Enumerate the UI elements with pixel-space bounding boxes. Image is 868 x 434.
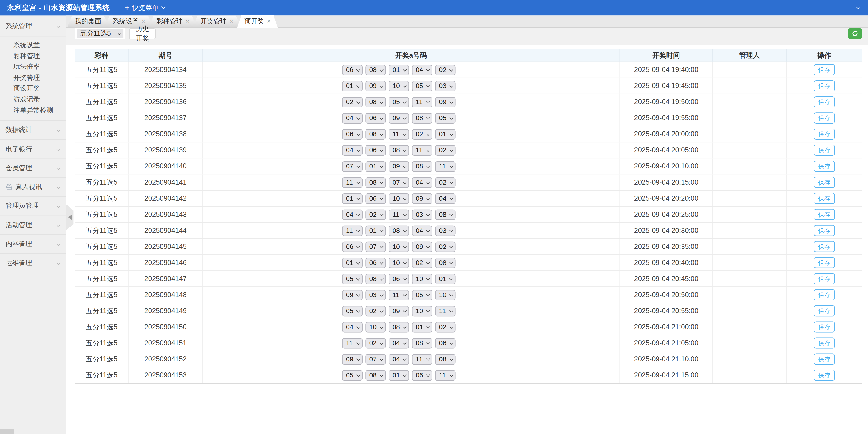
tab-draw-manage[interactable]: 开奖管理 × (193, 16, 240, 27)
number-select[interactable]: 01 (389, 64, 409, 75)
number-select[interactable]: 08 (412, 161, 432, 172)
number-select[interactable]: 05 (412, 290, 432, 300)
number-select[interactable]: 10 (412, 306, 432, 316)
number-select[interactable]: 06 (342, 64, 363, 75)
sidebar-section-contents[interactable]: 内容管理 (0, 234, 66, 254)
number-select[interactable]: 02 (365, 306, 386, 316)
save-button[interactable]: 保存 (814, 305, 835, 316)
number-select[interactable]: 09 (389, 113, 409, 123)
number-select[interactable]: 08 (435, 209, 456, 220)
number-select[interactable]: 01 (389, 370, 409, 381)
number-select[interactable]: 06 (412, 370, 432, 381)
number-select[interactable]: 06 (342, 241, 363, 252)
save-button[interactable]: 保存 (814, 225, 835, 236)
number-select[interactable]: 01 (342, 258, 363, 268)
number-select[interactable]: 11 (342, 338, 363, 348)
number-select[interactable]: 05 (389, 97, 409, 107)
number-select[interactable]: 04 (435, 193, 456, 204)
number-select[interactable]: 08 (365, 273, 386, 284)
number-select[interactable]: 11 (389, 209, 409, 220)
number-select[interactable]: 11 (435, 161, 456, 172)
number-select[interactable]: 11 (342, 177, 363, 187)
number-select[interactable]: 11 (435, 370, 456, 381)
number-select[interactable]: 10 (435, 290, 456, 300)
number-select[interactable]: 04 (412, 225, 432, 236)
save-button[interactable]: 保存 (814, 257, 835, 268)
number-select[interactable]: 09 (412, 241, 432, 252)
number-select[interactable]: 09 (342, 290, 363, 300)
number-select[interactable]: 02 (435, 145, 456, 155)
save-button[interactable]: 保存 (814, 161, 835, 172)
number-select[interactable]: 11 (412, 97, 432, 107)
sidebar-item-preset-draw[interactable]: 预设开奖 (0, 83, 66, 94)
close-icon[interactable]: × (267, 18, 271, 24)
number-select[interactable]: 05 (342, 273, 363, 284)
number-select[interactable]: 08 (389, 225, 409, 236)
number-select[interactable]: 10 (389, 193, 409, 204)
number-select[interactable]: 04 (412, 177, 432, 187)
quick-menu-button[interactable]: + 快捷菜单 (125, 3, 165, 12)
number-select[interactable]: 11 (412, 354, 432, 365)
sidebar-section-e-bank[interactable]: 电子银行 (0, 139, 66, 158)
number-select[interactable]: 07 (365, 241, 386, 252)
number-select[interactable]: 08 (365, 64, 386, 75)
number-select[interactable]: 04 (342, 322, 363, 332)
number-select[interactable]: 03 (412, 209, 432, 220)
number-select[interactable]: 02 (435, 241, 456, 252)
save-button[interactable]: 保存 (814, 321, 835, 332)
sidebar-section-live-video[interactable]: 真人视讯 (0, 177, 66, 196)
save-button[interactable]: 保存 (814, 64, 835, 75)
number-select[interactable]: 06 (365, 193, 386, 204)
save-button[interactable]: 保存 (814, 96, 835, 108)
number-select[interactable]: 09 (342, 354, 363, 365)
save-button[interactable]: 保存 (814, 273, 835, 284)
number-select[interactable]: 11 (412, 145, 432, 155)
number-select[interactable]: 07 (389, 177, 409, 187)
number-select[interactable]: 08 (365, 177, 386, 187)
number-select[interactable]: 08 (435, 258, 456, 268)
save-button[interactable]: 保存 (814, 112, 835, 123)
sidebar-item-game-records[interactable]: 游戏记录 (0, 94, 66, 105)
number-select[interactable]: 08 (435, 354, 456, 365)
sidebar-section-admins[interactable]: 管理员管理 (0, 196, 66, 215)
number-select[interactable]: 08 (389, 145, 409, 155)
number-select[interactable]: 10 (389, 258, 409, 268)
save-button[interactable]: 保存 (814, 241, 835, 252)
save-button[interactable]: 保存 (814, 370, 835, 381)
tab-my-desktop[interactable]: 我的桌面 (68, 16, 108, 27)
tab-lottery-manage[interactable]: 彩种管理 × (149, 16, 196, 27)
number-select[interactable]: 04 (389, 354, 409, 365)
number-select[interactable]: 01 (435, 129, 456, 139)
horizontal-scrollbar-thumb[interactable] (0, 430, 14, 434)
number-select[interactable]: 05 (412, 81, 432, 91)
number-select[interactable]: 08 (389, 322, 409, 332)
save-button[interactable]: 保存 (814, 80, 835, 91)
save-button[interactable]: 保存 (814, 209, 835, 220)
save-button[interactable]: 保存 (814, 145, 835, 156)
number-select[interactable]: 01 (342, 193, 363, 204)
number-select[interactable]: 09 (389, 161, 409, 172)
number-select[interactable]: 08 (365, 370, 386, 381)
save-button[interactable]: 保存 (814, 353, 835, 365)
sidebar-item-bet-anomaly-check[interactable]: 注单异常检测 (0, 105, 66, 116)
number-select[interactable]: 06 (342, 129, 363, 139)
number-select[interactable]: 06 (435, 338, 456, 348)
number-select[interactable]: 10 (365, 322, 386, 332)
number-select[interactable]: 03 (365, 290, 386, 300)
number-select[interactable]: 05 (342, 370, 363, 381)
number-select[interactable]: 03 (435, 225, 456, 236)
number-select[interactable]: 02 (365, 209, 386, 220)
number-select[interactable]: 04 (342, 145, 363, 155)
refresh-button[interactable] (848, 28, 862, 39)
number-select[interactable]: 01 (342, 81, 363, 91)
number-select[interactable]: 11 (389, 290, 409, 300)
number-select[interactable]: 06 (389, 273, 409, 284)
number-select[interactable]: 08 (412, 113, 432, 123)
sidebar-item-play-odds[interactable]: 玩法倍率 (0, 62, 66, 73)
number-select[interactable]: 05 (435, 113, 456, 123)
sidebar-section-data-stats[interactable]: 数据统计 (0, 120, 66, 139)
number-select[interactable]: 02 (435, 64, 456, 75)
number-select[interactable]: 09 (412, 193, 432, 204)
number-select[interactable]: 09 (389, 306, 409, 316)
number-select[interactable]: 02 (342, 97, 363, 107)
